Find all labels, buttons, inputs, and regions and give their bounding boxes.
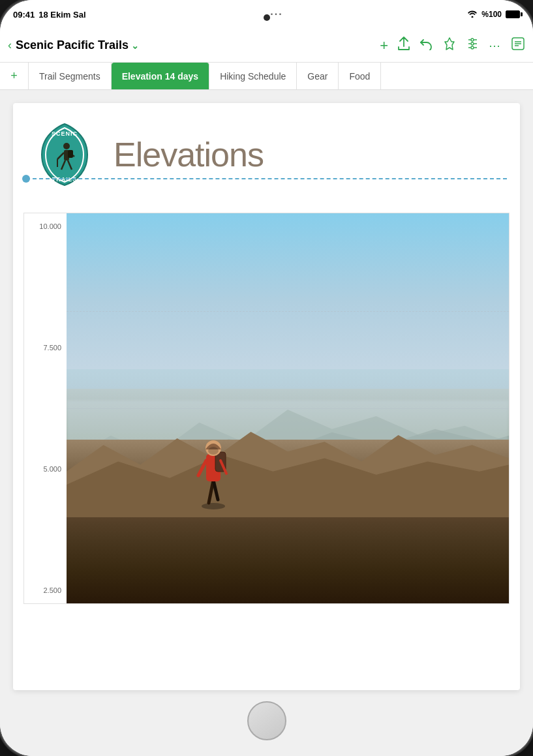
y-axis: 10.000 7.500 5.000 2.500 [24, 213, 67, 603]
checklist-button[interactable] [511, 37, 525, 54]
rock-texture [67, 432, 509, 518]
battery-percent: %100 [481, 10, 502, 19]
wifi-icon [467, 10, 478, 20]
format-button[interactable] [465, 38, 480, 53]
tab-trail-segments[interactable]: Trail Segments [29, 63, 112, 89]
camera [264, 14, 270, 21]
y-tick-7500: 7.500 [24, 344, 61, 352]
document-title[interactable]: Scenic Pacific Trails ⌄ [16, 38, 380, 52]
elevation-chart[interactable]: 10.000 7.500 5.000 2.500 ELEVATION [23, 213, 510, 604]
svg-text:SCENIC: SCENIC [52, 130, 78, 137]
selection-indicator [26, 178, 507, 179]
tabs-bar: + Trail Segments Elevation 14 days Hikin… [0, 63, 533, 90]
logo: SCENIC PACIFIC TRAILS [29, 119, 100, 190]
svg-point-1 [471, 42, 474, 45]
selection-handle[interactable] [22, 175, 30, 183]
page-header: SCENIC PACIFIC TRAILS Elevations [13, 103, 520, 197]
svg-point-24 [202, 503, 225, 509]
svg-text:PACIFIC: PACIFIC [90, 142, 96, 164]
svg-line-26 [213, 480, 218, 500]
svg-line-30 [198, 461, 206, 476]
hiker-figure [190, 418, 236, 509]
tab-hiking-schedule[interactable]: Hiking Schedule [209, 63, 297, 89]
title-chevron-icon: ⌄ [131, 40, 139, 51]
title-text: Scenic Pacific Trails [16, 38, 129, 52]
sky [67, 213, 509, 389]
page-title: Elevations [114, 135, 264, 174]
y-tick-2500: 2.500 [24, 586, 61, 594]
home-button[interactable] [247, 701, 286, 740]
pin-button[interactable] [443, 37, 456, 54]
grid-line-5000 [67, 408, 509, 409]
device: 09:41 18 Ekim Sal ··· %100 ‹ Sce [0, 0, 533, 756]
svg-point-2 [471, 46, 474, 49]
undo-button[interactable] [419, 37, 434, 53]
battery-icon [506, 10, 520, 18]
share-button[interactable] [397, 37, 410, 54]
svg-point-0 [471, 38, 474, 41]
svg-point-13 [63, 143, 70, 149]
add-button[interactable]: + [380, 37, 388, 54]
nav-actions: + [380, 37, 525, 54]
tab-elevation-14days[interactable]: Elevation 14 days [112, 63, 210, 89]
more-button[interactable]: ⋯ [489, 38, 502, 53]
add-tab-button[interactable]: + [0, 63, 29, 89]
back-button[interactable]: ‹ [8, 38, 12, 52]
y-tick-10000: 10.000 [24, 222, 61, 230]
tab-gear[interactable]: Gear [297, 63, 339, 89]
grid-line-7500 [67, 311, 509, 312]
tab-food[interactable]: Food [339, 63, 381, 89]
svg-text:TRAILS: TRAILS [52, 176, 78, 183]
content-area: SCENIC PACIFIC TRAILS Elevations [0, 90, 533, 756]
date: 18 Ekim Sal [38, 10, 85, 20]
y-tick-5000: 5.000 [24, 465, 61, 473]
nav-bar: ‹ Scenic Pacific Trails ⌄ + [0, 29, 533, 63]
svg-rect-20 [68, 150, 73, 158]
three-dots: ··· [270, 8, 282, 20]
page: SCENIC PACIFIC TRAILS Elevations [13, 103, 520, 690]
svg-point-33 [208, 447, 219, 455]
time: 09:41 [13, 10, 35, 20]
mountain-photo [67, 213, 509, 603]
